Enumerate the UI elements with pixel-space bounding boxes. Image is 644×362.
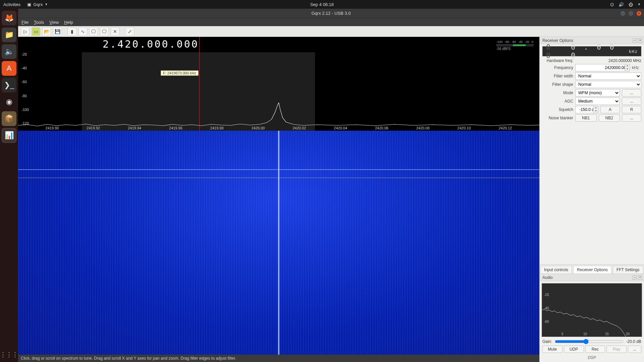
- toolbar: ▷ ▭ 📂 💾 ▮ ∿ 🖵 🖵 ✕ ⤢: [18, 26, 644, 37]
- dock-terminal[interactable]: ❯_: [2, 78, 16, 93]
- window-title: Gqrx 2.12 - USB 3.0: [311, 11, 351, 16]
- chevron-down-icon[interactable]: ▼: [638, 3, 641, 6]
- squelch-label: Squelch: [542, 107, 573, 112]
- menu-file[interactable]: File: [21, 20, 29, 25]
- dock-files[interactable]: 📁: [2, 27, 16, 42]
- spectrum-column: 2.420.000.000 -100 -80 -60 -40 -20 0 -56…: [18, 37, 539, 362]
- fft-x-axis[interactable]: 2419.90 2419.92 2419.94 2419.96 2419.98 …: [18, 126, 539, 130]
- nb-more-button[interactable]: ...: [622, 114, 641, 122]
- audio-panel-header[interactable]: Audio ▱ ✕: [540, 274, 644, 281]
- filter-width-select[interactable]: Normal: [575, 72, 641, 80]
- waterfall-plot[interactable]: [18, 131, 539, 355]
- menu-bar: File Tools View Help: [18, 18, 644, 26]
- menu-view[interactable]: View: [49, 20, 59, 25]
- audio-gain-value: -20.0 dB: [626, 339, 641, 344]
- spin-up-icon[interactable]: ▲: [625, 64, 630, 68]
- dock-software[interactable]: A: [2, 61, 16, 76]
- audio-play-button[interactable]: Play: [606, 346, 627, 353]
- audio-mute-button[interactable]: Mute: [542, 346, 562, 353]
- cursor-tooltip: F: 2419973.000 kHz: [161, 70, 199, 76]
- audio-gain-slider[interactable]: [555, 339, 624, 344]
- audio-gain-label: Gain:: [542, 339, 552, 344]
- panel-float-icon[interactable]: ▱: [633, 39, 637, 43]
- dock-chrome[interactable]: ◉: [2, 95, 16, 109]
- nb1-button[interactable]: NB1: [575, 114, 597, 122]
- iq-tool-button[interactable]: ∿: [78, 27, 87, 36]
- window-titlebar[interactable]: Gqrx 2.12 - USB 3.0 — ▢ ✕: [18, 9, 644, 18]
- agc-more-button[interactable]: ...: [622, 98, 641, 105]
- filter-shape-select[interactable]: Normal: [575, 81, 641, 88]
- status-hint: Click, drag or scroll on spectrum to tun…: [21, 356, 236, 361]
- filter-width-label: Filter width: [542, 74, 573, 78]
- menu-help[interactable]: Help: [64, 20, 73, 25]
- tuned-frequency-display[interactable]: 2.420.000.000: [103, 38, 199, 50]
- fullscreen-button[interactable]: ⤢: [125, 27, 134, 36]
- dbfs-reading: -56 dBFS: [496, 47, 533, 51]
- mode-more-button[interactable]: ...: [622, 89, 641, 97]
- afsk-button[interactable]: 🖵: [100, 27, 109, 36]
- frequency-label: Frequency: [542, 65, 573, 70]
- audio-title: Audio: [542, 275, 553, 280]
- activities-button[interactable]: Activities: [3, 2, 20, 7]
- device-button[interactable]: ▭: [32, 27, 40, 36]
- ubuntu-dock: 🦊 📁 🔈 A ❯_ ◉ 📦 📊 ⋮⋮⋮: [0, 9, 18, 362]
- dock-system-monitor[interactable]: 📊: [2, 128, 16, 143]
- audio-panel: Audio ▱ ✕ -20 -40 -60 5 10 15 20: [540, 274, 644, 362]
- squelch-auto-button[interactable]: A: [600, 106, 620, 113]
- panel-close-icon[interactable]: ✕: [638, 39, 642, 43]
- gqrx-window: Gqrx 2.12 - USB 3.0 — ▢ ✕ File Tools Vie…: [18, 9, 644, 362]
- network-icon[interactable]: ⌬: [610, 2, 614, 7]
- spin-up-icon[interactable]: ▲: [593, 106, 598, 110]
- panel-close-icon[interactable]: ✕: [638, 276, 642, 280]
- panel-float-icon[interactable]: ▱: [633, 276, 637, 280]
- dock-apps-grid[interactable]: ⋮⋮⋮: [2, 347, 16, 362]
- volume-icon[interactable]: 🔊: [619, 2, 624, 7]
- menu-tools[interactable]: Tools: [34, 20, 44, 25]
- hardware-freq-label: Hardware freq:: [542, 58, 573, 63]
- app-menu-label: Gqrx: [33, 2, 43, 7]
- dsp-label: DSP: [540, 355, 644, 360]
- close-button[interactable]: ✕: [637, 11, 641, 16]
- signal-meter: -100 -80 -60 -40 -20 0 -56 dBFS: [496, 40, 533, 51]
- spin-down-icon[interactable]: ▼: [625, 68, 630, 71]
- audio-rec-button[interactable]: Rec: [585, 346, 605, 353]
- fft-y-axis[interactable]: -20 -40 -60 -80 -100 -120: [21, 52, 29, 125]
- agc-label: AGC: [542, 99, 573, 104]
- screenshot-button[interactable]: 🖵: [89, 27, 98, 36]
- mode-select[interactable]: WFM (mono): [575, 89, 620, 97]
- squelch-reset-button[interactable]: R: [622, 106, 641, 113]
- right-panel: Receiver Options ▱ ✕ 0 0 0 . 0 0 0 kHz H…: [539, 37, 644, 362]
- spin-down-icon[interactable]: ▼: [593, 110, 598, 113]
- nb2-button[interactable]: NB2: [599, 114, 620, 122]
- hardware-freq-value: 2420.000000 MHz: [575, 58, 641, 63]
- tab-input-controls[interactable]: Input controls: [540, 266, 572, 274]
- tab-fft-settings[interactable]: FFT Settings: [613, 266, 643, 274]
- filter-shape-label: Filter shape: [542, 82, 573, 87]
- open-button[interactable]: 📂: [42, 27, 51, 36]
- power-icon[interactable]: ⏻: [629, 2, 633, 7]
- mode-label: Mode: [542, 90, 573, 95]
- gnome-top-bar: Activities ▣ Gqrx ▼ Sep 4 06:18 ⌬ 🔊 ⏻ ▼: [0, 0, 644, 9]
- offset-frequency-lcd[interactable]: 0 0 0 . 0 0 0 kHz: [542, 46, 641, 56]
- receiver-options-header[interactable]: Receiver Options ▱ ✕: [540, 37, 644, 44]
- settings-button[interactable]: ✕: [111, 27, 119, 36]
- audio-more-button[interactable]: ...: [628, 346, 641, 353]
- fft-plot[interactable]: 2.420.000.000 -100 -80 -60 -40 -20 0 -56…: [18, 37, 539, 131]
- save-button[interactable]: 💾: [53, 27, 62, 36]
- frequency-input[interactable]: [575, 64, 630, 71]
- audio-fft-plot[interactable]: -20 -40 -60 5 10 15 20: [542, 283, 642, 337]
- play-button[interactable]: ▷: [21, 27, 30, 36]
- clock[interactable]: Sep 4 06:18: [310, 2, 334, 7]
- dock-firefox[interactable]: 🦊: [2, 11, 16, 25]
- receiver-tabs: Input controls Receiver Options FFT Sett…: [540, 264, 644, 274]
- maximize-button[interactable]: ▢: [629, 11, 633, 16]
- minimize-button[interactable]: —: [621, 11, 625, 16]
- bookmarks-button[interactable]: ▮: [68, 27, 76, 36]
- agc-select[interactable]: Medium: [575, 98, 620, 105]
- app-menu[interactable]: ▣ Gqrx ▼: [27, 2, 48, 7]
- dock-rhythmbox[interactable]: 🔈: [2, 44, 16, 59]
- waterfall-cursor-line: [18, 178, 539, 178]
- tab-receiver-options[interactable]: Receiver Options: [573, 266, 611, 274]
- audio-udp-button[interactable]: UDP: [564, 346, 584, 353]
- dock-archive[interactable]: 📦: [2, 111, 16, 126]
